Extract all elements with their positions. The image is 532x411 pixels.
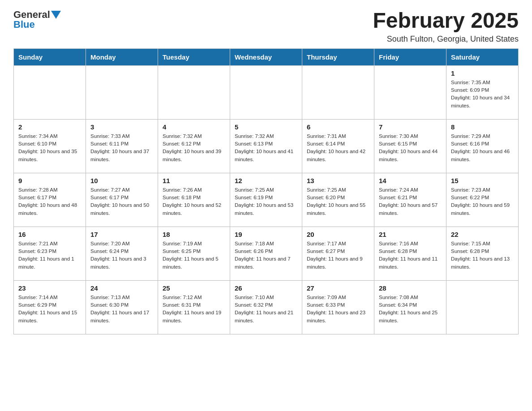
day-info: Sunrise: 7:19 AMSunset: 6:25 PMDaylight:… <box>163 240 225 271</box>
calendar-cell <box>446 280 519 334</box>
day-info: Sunrise: 7:25 AMSunset: 6:19 PMDaylight:… <box>235 186 297 217</box>
calendar-cell: 3Sunrise: 7:33 AMSunset: 6:11 PMDaylight… <box>86 119 158 173</box>
sunset-text: Sunset: 6:25 PM <box>163 248 225 255</box>
header-sunday: Sunday <box>14 48 86 65</box>
calendar-cell: 17Sunrise: 7:20 AMSunset: 6:24 PMDayligh… <box>86 227 158 280</box>
daylight-text: Daylight: 10 hours and 34 minutes. <box>451 94 514 110</box>
day-number: 20 <box>307 231 369 238</box>
daylight-text: Daylight: 11 hours and 7 minutes. <box>235 255 297 271</box>
calendar-cell <box>86 65 158 119</box>
day-info: Sunrise: 7:15 AMSunset: 6:28 PMDaylight:… <box>451 240 514 271</box>
sunrise-text: Sunrise: 7:32 AM <box>235 133 297 140</box>
calendar-week-row: 16Sunrise: 7:21 AMSunset: 6:23 PMDayligh… <box>14 227 519 280</box>
calendar-week-row: 23Sunrise: 7:14 AMSunset: 6:29 PMDayligh… <box>14 280 519 334</box>
sunrise-text: Sunrise: 7:25 AM <box>235 186 297 194</box>
sunrise-text: Sunrise: 7:25 AM <box>307 186 369 194</box>
calendar-cell: 27Sunrise: 7:09 AMSunset: 6:33 PMDayligh… <box>302 280 374 334</box>
sunset-text: Sunset: 6:28 PM <box>379 248 442 255</box>
day-number: 18 <box>163 231 225 238</box>
logo-text-blue: Blue <box>13 19 35 30</box>
day-info: Sunrise: 7:08 AMSunset: 6:34 PMDaylight:… <box>379 294 442 325</box>
sunrise-text: Sunrise: 7:17 AM <box>307 240 369 248</box>
daylight-text: Daylight: 10 hours and 59 minutes. <box>451 201 514 217</box>
sunset-text: Sunset: 6:14 PM <box>307 140 369 148</box>
daylight-text: Daylight: 11 hours and 15 minutes. <box>18 309 81 325</box>
sunset-text: Sunset: 6:30 PM <box>90 301 153 309</box>
daylight-text: Daylight: 10 hours and 55 minutes. <box>307 201 369 217</box>
day-number: 8 <box>451 123 514 131</box>
calendar-table: Sunday Monday Tuesday Wednesday Thursday… <box>13 48 519 334</box>
daylight-text: Daylight: 10 hours and 53 minutes. <box>235 201 297 217</box>
day-info: Sunrise: 7:17 AMSunset: 6:27 PMDaylight:… <box>307 240 369 271</box>
day-info: Sunrise: 7:16 AMSunset: 6:28 PMDaylight:… <box>379 240 442 271</box>
daylight-text: Daylight: 10 hours and 44 minutes. <box>379 148 442 163</box>
daylight-text: Daylight: 10 hours and 50 minutes. <box>90 201 153 217</box>
sunset-text: Sunset: 6:22 PM <box>451 194 514 201</box>
day-info: Sunrise: 7:28 AMSunset: 6:17 PMDaylight:… <box>18 186 81 217</box>
sunrise-text: Sunrise: 7:19 AM <box>163 240 225 248</box>
sunrise-text: Sunrise: 7:09 AM <box>307 294 369 301</box>
calendar-cell: 21Sunrise: 7:16 AMSunset: 6:28 PMDayligh… <box>374 227 446 280</box>
day-info: Sunrise: 7:35 AMSunset: 6:09 PMDaylight:… <box>451 79 514 110</box>
daylight-text: Daylight: 10 hours and 46 minutes. <box>451 148 514 163</box>
calendar-cell: 19Sunrise: 7:18 AMSunset: 6:26 PMDayligh… <box>230 227 302 280</box>
calendar-cell: 15Sunrise: 7:23 AMSunset: 6:22 PMDayligh… <box>446 173 519 227</box>
calendar-cell: 1Sunrise: 7:35 AMSunset: 6:09 PMDaylight… <box>446 65 519 119</box>
day-info: Sunrise: 7:14 AMSunset: 6:29 PMDaylight:… <box>18 294 81 325</box>
day-number: 12 <box>235 177 297 184</box>
day-info: Sunrise: 7:12 AMSunset: 6:31 PMDaylight:… <box>163 294 225 325</box>
day-number: 11 <box>163 177 225 184</box>
calendar-cell: 18Sunrise: 7:19 AMSunset: 6:25 PMDayligh… <box>158 227 230 280</box>
day-info: Sunrise: 7:33 AMSunset: 6:11 PMDaylight:… <box>90 133 153 163</box>
day-number: 10 <box>90 177 153 184</box>
daylight-text: Daylight: 11 hours and 11 minutes. <box>379 255 442 271</box>
sunrise-text: Sunrise: 7:34 AM <box>18 133 81 140</box>
day-number: 2 <box>18 123 81 131</box>
header-monday: Monday <box>86 48 158 65</box>
sunset-text: Sunset: 6:19 PM <box>235 194 297 201</box>
page-header: General Blue February 2025 South Fulton,… <box>13 9 519 44</box>
sunset-text: Sunset: 6:34 PM <box>379 301 442 309</box>
calendar-cell: 12Sunrise: 7:25 AMSunset: 6:19 PMDayligh… <box>230 173 302 227</box>
calendar-cell: 28Sunrise: 7:08 AMSunset: 6:34 PMDayligh… <box>374 280 446 334</box>
sunrise-text: Sunrise: 7:10 AM <box>235 294 297 301</box>
calendar-cell: 23Sunrise: 7:14 AMSunset: 6:29 PMDayligh… <box>14 280 86 334</box>
calendar-cell: 20Sunrise: 7:17 AMSunset: 6:27 PMDayligh… <box>302 227 374 280</box>
sunset-text: Sunset: 6:24 PM <box>90 248 153 255</box>
sunset-text: Sunset: 6:23 PM <box>18 248 81 255</box>
day-info: Sunrise: 7:09 AMSunset: 6:33 PMDaylight:… <box>307 294 369 325</box>
sunrise-text: Sunrise: 7:27 AM <box>90 186 153 194</box>
sunset-text: Sunset: 6:33 PM <box>307 301 369 309</box>
calendar-cell: 24Sunrise: 7:13 AMSunset: 6:30 PMDayligh… <box>86 280 158 334</box>
day-info: Sunrise: 7:18 AMSunset: 6:26 PMDaylight:… <box>235 240 297 271</box>
calendar-cell: 13Sunrise: 7:25 AMSunset: 6:20 PMDayligh… <box>302 173 374 227</box>
calendar-cell: 4Sunrise: 7:32 AMSunset: 6:12 PMDaylight… <box>158 119 230 173</box>
sunrise-text: Sunrise: 7:21 AM <box>18 240 81 248</box>
sunset-text: Sunset: 6:10 PM <box>18 140 81 148</box>
sunset-text: Sunset: 6:17 PM <box>90 194 153 201</box>
sunrise-text: Sunrise: 7:23 AM <box>451 186 514 194</box>
sunrise-text: Sunrise: 7:15 AM <box>451 240 514 248</box>
header-friday: Friday <box>374 48 446 65</box>
daylight-text: Daylight: 11 hours and 1 minute. <box>18 255 81 271</box>
page-title: February 2025 <box>373 9 519 33</box>
sunset-text: Sunset: 6:17 PM <box>18 194 81 201</box>
calendar-cell: 7Sunrise: 7:30 AMSunset: 6:15 PMDaylight… <box>374 119 446 173</box>
header-wednesday: Wednesday <box>230 48 302 65</box>
calendar-week-row: 2Sunrise: 7:34 AMSunset: 6:10 PMDaylight… <box>14 119 519 173</box>
calendar-header: Sunday Monday Tuesday Wednesday Thursday… <box>14 48 519 65</box>
day-number: 5 <box>235 123 297 131</box>
calendar-cell: 26Sunrise: 7:10 AMSunset: 6:32 PMDayligh… <box>230 280 302 334</box>
sunrise-text: Sunrise: 7:08 AM <box>379 294 442 301</box>
sunrise-text: Sunrise: 7:26 AM <box>163 186 225 194</box>
calendar-body: 1Sunrise: 7:35 AMSunset: 6:09 PMDaylight… <box>14 65 519 334</box>
day-info: Sunrise: 7:10 AMSunset: 6:32 PMDaylight:… <box>235 294 297 325</box>
logo-triangle-icon <box>51 11 61 19</box>
daylight-text: Daylight: 10 hours and 57 minutes. <box>379 201 442 217</box>
calendar-cell: 5Sunrise: 7:32 AMSunset: 6:13 PMDaylight… <box>230 119 302 173</box>
sunset-text: Sunset: 6:31 PM <box>163 301 225 309</box>
calendar-cell: 16Sunrise: 7:21 AMSunset: 6:23 PMDayligh… <box>14 227 86 280</box>
calendar-cell <box>302 65 374 119</box>
logo: General Blue <box>13 9 61 30</box>
header-row: Sunday Monday Tuesday Wednesday Thursday… <box>14 48 519 65</box>
